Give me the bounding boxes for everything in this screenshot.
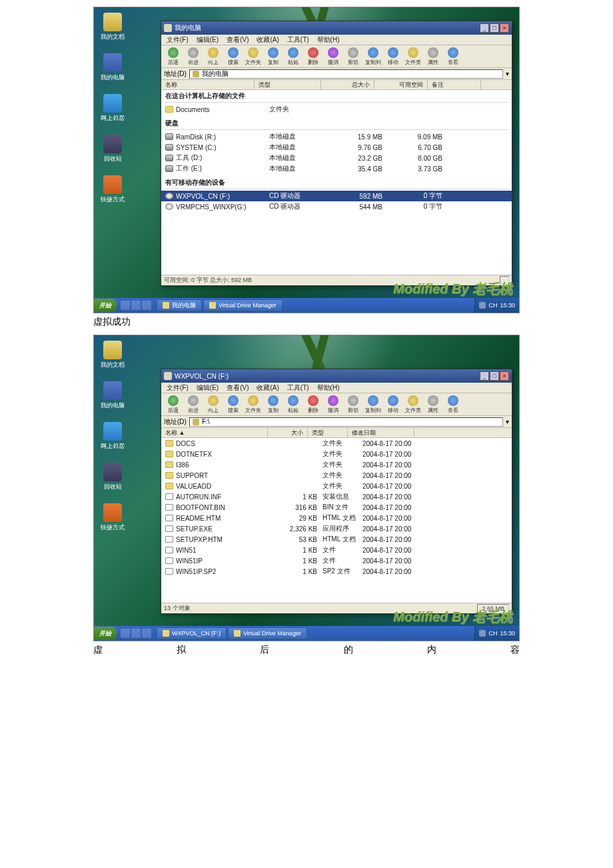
menu-help[interactable]: 帮助(H): [314, 35, 342, 45]
menu-tools[interactable]: 工具(T): [285, 35, 312, 45]
toolbar-cut-button[interactable]: 剪切: [344, 47, 362, 67]
address-dropdown-icon[interactable]: ▾: [506, 418, 509, 425]
toolbar-undo-button[interactable]: 撤消: [324, 395, 342, 415]
tray-icon[interactable]: [479, 302, 486, 309]
toolbar-paste-button[interactable]: 粘贴: [284, 395, 303, 415]
list-item[interactable]: VRMPCHS_WINXP(G:)CD 驱动器544 MB0 字节: [161, 201, 512, 212]
address-input[interactable]: 我的电脑: [189, 69, 503, 79]
toolbar-moveto-button[interactable]: 移动: [384, 395, 402, 415]
toolbar-folders-button[interactable]: 文件夹: [244, 395, 263, 415]
ql-desktop-icon[interactable]: [131, 629, 141, 638]
list-item[interactable]: 工具 (D:)本地磁盘23.2 GB8.00 GB: [161, 153, 512, 163]
col-totalsize[interactable]: 总大小: [321, 80, 374, 89]
col-name[interactable]: 名称: [161, 80, 255, 89]
menu-edit[interactable]: 编辑(E): [194, 35, 221, 45]
toolbar-folders-button[interactable]: 文件夹: [244, 47, 263, 67]
ql-desktop-icon[interactable]: [131, 301, 141, 310]
desktop-icon-my-computer[interactable]: 我的电脑: [99, 53, 126, 82]
list-item[interactable]: VALUEADD文件夹2004-8-17 20:00: [161, 481, 512, 491]
tray-icon[interactable]: [479, 630, 486, 637]
menu-view[interactable]: 查看(V): [224, 35, 251, 45]
menu-file[interactable]: 文件(F): [164, 383, 191, 393]
desktop-icon-network[interactable]: 网上邻居: [99, 94, 126, 123]
toolbar-views-button[interactable]: 查看: [444, 47, 462, 67]
toolbar-copy-button[interactable]: 复制: [264, 395, 283, 415]
menu-tools[interactable]: 工具(T): [285, 383, 312, 393]
toolbar-up-button[interactable]: 向上: [204, 395, 223, 415]
start-button[interactable]: 开始: [94, 299, 117, 312]
taskbar-item-my-computer[interactable]: 我的电脑: [157, 299, 202, 311]
menu-favorites[interactable]: 收藏(A): [254, 383, 281, 393]
list-item[interactable]: WIN51IP.SP21 KBSP2 文件2004-8-17 20:00: [161, 566, 512, 577]
desktop-icon-recycle-bin[interactable]: 回收站: [99, 135, 126, 163]
address-dropdown-icon[interactable]: ▾: [506, 70, 509, 77]
menu-file[interactable]: 文件(F): [164, 35, 191, 45]
taskbar-item-vdm[interactable]: Virtual Drive Manager: [203, 299, 283, 311]
menu-help[interactable]: 帮助(H): [314, 383, 342, 393]
toolbar-search-button[interactable]: 搜索: [224, 47, 243, 67]
ql-ie-icon[interactable]: [121, 629, 130, 638]
toolbar-copy-button[interactable]: 复制: [264, 47, 283, 67]
list-item[interactable]: SYSTEM (C:)本地磁盘9.76 GB6.70 GB: [161, 142, 512, 153]
desktop-icon-my-computer[interactable]: 我的电脑: [99, 381, 126, 410]
tray-lang[interactable]: CH: [488, 302, 497, 309]
col-modified[interactable]: 修改日期: [348, 428, 414, 437]
col-comment[interactable]: 备注: [428, 80, 481, 89]
toolbar-filetype-button[interactable]: 文件类: [404, 395, 422, 415]
list-item[interactable]: SUPPORT文件夹2004-8-17 20:00: [161, 470, 512, 481]
tray-clock[interactable]: 15:30: [500, 302, 515, 309]
list-item[interactable]: WIN511 KB文件2004-8-17 20:00: [161, 545, 512, 555]
list-item[interactable]: DOTNETFX文件夹2004-8-17 20:00: [161, 449, 512, 459]
minimize-button[interactable]: _: [480, 23, 489, 33]
menu-edit[interactable]: 编辑(E): [194, 383, 221, 393]
col-size[interactable]: 大小: [268, 428, 308, 437]
list-item[interactable]: WXPVOL_CN (F:)CD 驱动器592 MB0 字节: [161, 191, 512, 201]
toolbar-views-button[interactable]: 查看: [444, 395, 462, 415]
minimize-button[interactable]: _: [480, 371, 489, 381]
list-item[interactable]: SETUP.EXE2,326 KB应用程序2004-8-17 20:00: [161, 523, 512, 534]
ql-explorer-icon[interactable]: [142, 629, 151, 638]
toolbar-cut-button[interactable]: 剪切: [344, 395, 362, 415]
toolbar-undo-button[interactable]: 撤消: [324, 47, 342, 67]
toolbar-up-button[interactable]: 向上: [204, 47, 223, 67]
toolbar-moveto-button[interactable]: 移动: [384, 47, 402, 67]
maximize-button[interactable]: □: [490, 371, 499, 381]
toolbar-forward-button[interactable]: 前进: [184, 395, 203, 415]
list-item[interactable]: DOCS文件夹2004-8-17 20:00: [161, 438, 512, 449]
ql-explorer-icon[interactable]: [142, 301, 151, 310]
title-bar[interactable]: 我的电脑 _ □ ×: [161, 21, 512, 35]
start-button[interactable]: 开始: [94, 627, 117, 640]
desktop-icon-my-documents[interactable]: 我的文档: [99, 13, 126, 41]
taskbar-item-drive-f[interactable]: WXPVOL_CN (F:): [157, 627, 227, 639]
desktop-icon-shortcut[interactable]: 快捷方式: [99, 175, 126, 204]
desktop-icon-network[interactable]: 网上邻居: [99, 422, 126, 451]
toolbar-properties-button[interactable]: 属性: [424, 395, 442, 415]
tray-lang[interactable]: CH: [488, 630, 497, 637]
list-item[interactable]: I386文件夹2004-8-17 20:00: [161, 459, 512, 470]
title-bar[interactable]: WXPVOL_CN (F:) _ □ ×: [161, 369, 512, 383]
list-item[interactable]: BOOTFONT.BIN316 KBBIN 文件2004-8-17 20:00: [161, 502, 512, 513]
toolbar-paste-button[interactable]: 粘贴: [284, 47, 303, 67]
ql-ie-icon[interactable]: [121, 301, 130, 310]
address-input[interactable]: F:\: [189, 417, 503, 427]
toolbar-copyto-button[interactable]: 复制到: [364, 395, 382, 415]
toolbar-forward-button[interactable]: 前进: [184, 47, 203, 67]
toolbar-back-button[interactable]: 后退: [164, 395, 183, 415]
list-item[interactable]: AUTORUN.INF1 KB安装信息2004-8-17 20:00: [161, 491, 512, 502]
toolbar-copyto-button[interactable]: 复制到: [364, 47, 382, 67]
menu-view[interactable]: 查看(V): [224, 383, 251, 393]
desktop-icon-recycle-bin[interactable]: 回收站: [99, 463, 126, 491]
col-freespace[interactable]: 可用空间: [374, 80, 428, 89]
list-item[interactable]: 工作 (E:)本地磁盘35.4 GB3.73 GB: [161, 163, 512, 174]
col-name[interactable]: 名称 ▲: [161, 428, 268, 437]
toolbar-filetype-button[interactable]: 文件类: [404, 47, 422, 67]
desktop-icon-shortcut[interactable]: 快捷方式: [99, 503, 126, 532]
desktop-icon-my-documents[interactable]: 我的文档: [99, 341, 126, 369]
list-item[interactable]: SETUPXP.HTM53 KBHTML 文档2004-8-17 20:00: [161, 534, 512, 545]
toolbar-delete-button[interactable]: 删除: [304, 47, 322, 67]
menu-favorites[interactable]: 收藏(A): [254, 35, 281, 45]
toolbar-delete-button[interactable]: 删除: [304, 395, 322, 415]
toolbar-back-button[interactable]: 后退: [164, 47, 183, 67]
close-button[interactable]: ×: [500, 371, 509, 381]
list-item[interactable]: README.HTM29 KBHTML 文档2004-8-17 20:00: [161, 513, 512, 523]
